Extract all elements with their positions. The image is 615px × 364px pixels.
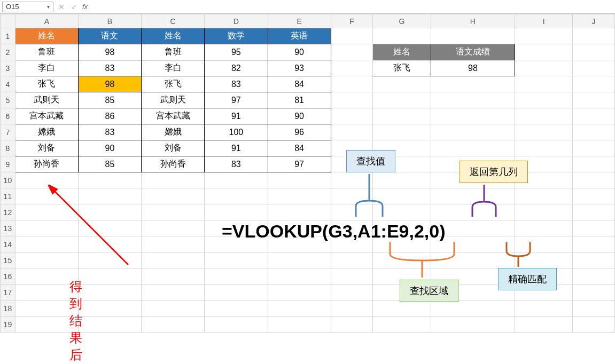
cell[interactable]: 孙尚香 xyxy=(15,156,78,172)
cell[interactable] xyxy=(15,188,78,204)
cell[interactable] xyxy=(515,268,573,284)
cell[interactable] xyxy=(331,204,373,220)
row-header[interactable]: 7 xyxy=(1,124,15,140)
cell[interactable] xyxy=(15,300,78,316)
row-header[interactable]: 10 xyxy=(1,172,15,188)
cell[interactable] xyxy=(268,204,331,220)
row-header[interactable]: 4 xyxy=(1,76,15,92)
cell[interactable]: 84 xyxy=(268,140,331,156)
cell[interactable] xyxy=(15,268,78,284)
col-header[interactable]: A xyxy=(15,14,78,28)
cell[interactable] xyxy=(515,140,573,156)
cell[interactable]: 鲁班 xyxy=(15,44,78,60)
cell[interactable] xyxy=(205,204,268,220)
cell[interactable] xyxy=(205,316,268,333)
cell[interactable] xyxy=(268,188,331,204)
cell[interactable] xyxy=(515,44,573,60)
cell[interactable] xyxy=(205,252,268,268)
cell[interactable] xyxy=(205,236,268,252)
cell[interactable]: 刘备 xyxy=(142,140,205,156)
cell[interactable] xyxy=(268,300,331,316)
cell[interactable]: 90 xyxy=(268,108,331,124)
cell[interactable] xyxy=(515,92,573,108)
cell[interactable]: 嫦娥 xyxy=(142,124,205,140)
cell[interactable]: 刘备 xyxy=(15,140,78,156)
cell[interactable] xyxy=(373,108,431,124)
cell[interactable] xyxy=(142,268,205,284)
cell[interactable]: 91 xyxy=(205,108,268,124)
row-header[interactable]: 13 xyxy=(1,220,15,236)
cell[interactable] xyxy=(515,284,573,300)
cell[interactable]: 98 xyxy=(78,44,141,60)
cell[interactable] xyxy=(15,172,78,188)
cell[interactable] xyxy=(268,252,331,268)
cell[interactable] xyxy=(78,220,141,236)
cell[interactable] xyxy=(78,172,141,188)
cell[interactable] xyxy=(15,252,78,268)
cell[interactable] xyxy=(373,140,431,156)
cell[interactable]: 姓名 xyxy=(15,28,78,44)
row-header[interactable]: 17 xyxy=(1,284,15,300)
row-header[interactable]: 5 xyxy=(1,92,15,108)
cell[interactable]: 83 xyxy=(205,76,268,92)
cell[interactable] xyxy=(573,236,615,252)
cell[interactable] xyxy=(431,220,515,236)
cell[interactable] xyxy=(331,92,373,108)
cell[interactable] xyxy=(15,316,78,333)
col-header[interactable]: G xyxy=(373,14,431,28)
cell[interactable] xyxy=(515,236,573,252)
cell[interactable]: 张飞 xyxy=(142,76,205,92)
cell[interactable]: 83 xyxy=(205,156,268,172)
cell[interactable]: 武则天 xyxy=(15,92,78,108)
cell[interactable] xyxy=(15,204,78,220)
cell[interactable] xyxy=(268,172,331,188)
cell[interactable] xyxy=(331,140,373,156)
cell[interactable] xyxy=(573,316,615,333)
cell[interactable] xyxy=(331,236,373,252)
select-all-corner[interactable] xyxy=(1,14,15,28)
cell[interactable] xyxy=(78,236,141,252)
cell[interactable] xyxy=(573,28,615,44)
cell[interactable] xyxy=(268,268,331,284)
cell[interactable]: 姓名 xyxy=(142,28,205,44)
cell[interactable] xyxy=(431,28,515,44)
col-header[interactable]: E xyxy=(268,14,331,28)
cell[interactable] xyxy=(268,220,331,236)
cell[interactable] xyxy=(331,28,373,44)
cell[interactable] xyxy=(142,284,205,300)
worksheet[interactable]: A B C D E F G H I J 1 姓名 语文 姓名 数学 英语 xyxy=(0,14,615,364)
cell[interactable]: 宫本武藏 xyxy=(15,108,78,124)
cell[interactable] xyxy=(205,268,268,284)
cell[interactable] xyxy=(331,316,373,333)
cell[interactable] xyxy=(573,76,615,92)
cell[interactable] xyxy=(515,76,573,92)
cell[interactable] xyxy=(331,172,373,188)
cell[interactable] xyxy=(431,252,515,268)
cell[interactable] xyxy=(573,268,615,284)
cell[interactable] xyxy=(205,220,268,236)
cell[interactable] xyxy=(573,140,615,156)
row-header[interactable]: 3 xyxy=(1,60,15,76)
cell[interactable] xyxy=(573,220,615,236)
cell[interactable]: 孙尚香 xyxy=(142,156,205,172)
cell[interactable]: 张飞 xyxy=(373,60,431,76)
cell[interactable] xyxy=(331,188,373,204)
cell[interactable]: 98 xyxy=(431,60,515,76)
col-header[interactable]: D xyxy=(205,14,268,28)
cell[interactable] xyxy=(431,300,515,316)
row-header[interactable]: 1 xyxy=(1,28,15,44)
cell[interactable] xyxy=(515,156,573,172)
cell[interactable] xyxy=(205,172,268,188)
cell[interactable]: 100 xyxy=(205,124,268,140)
cell[interactable] xyxy=(268,316,331,333)
cell[interactable] xyxy=(78,204,141,220)
cell[interactable] xyxy=(431,204,515,220)
cell[interactable] xyxy=(142,252,205,268)
cell[interactable] xyxy=(515,188,573,204)
cell[interactable] xyxy=(78,188,141,204)
cell[interactable] xyxy=(431,236,515,252)
cell[interactable] xyxy=(573,60,615,76)
row-header[interactable]: 8 xyxy=(1,140,15,156)
cell[interactable] xyxy=(431,172,515,188)
cell[interactable]: 82 xyxy=(205,60,268,76)
